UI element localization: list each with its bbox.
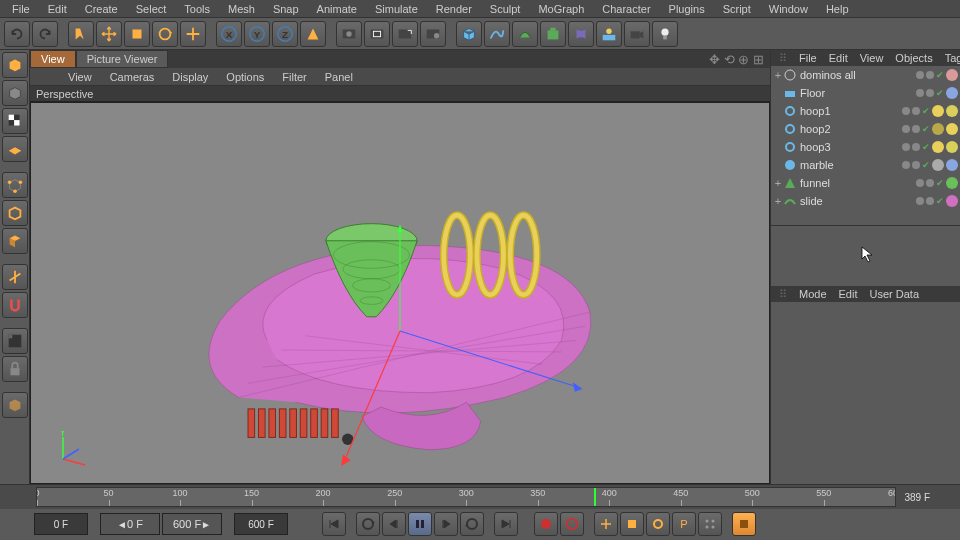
scale-tool-button[interactable]	[124, 21, 150, 47]
object-row-hoop1[interactable]: hoop1 ✔	[771, 102, 960, 120]
visibility-dots[interactable]: ✔	[916, 196, 944, 206]
lock-button[interactable]	[2, 356, 28, 382]
visibility-dots[interactable]: ✔	[916, 70, 944, 80]
timeline[interactable]: 050100150200250300350400450500550600 389…	[0, 485, 960, 509]
snap-button[interactable]	[2, 292, 28, 318]
object-row-marble[interactable]: marble ✔	[771, 156, 960, 174]
axis-x-button[interactable]: X	[216, 21, 242, 47]
edges-mode-button[interactable]	[2, 200, 28, 226]
workplane-button[interactable]	[2, 136, 28, 162]
camera-button[interactable]	[624, 21, 650, 47]
expand-toggle[interactable]	[773, 87, 783, 99]
menu-tools[interactable]: Tools	[176, 1, 218, 17]
menu-render[interactable]: Render	[428, 1, 480, 17]
expand-toggle[interactable]	[773, 141, 783, 153]
objmenu-edit[interactable]: Edit	[823, 51, 854, 65]
cross-tool-button[interactable]	[180, 21, 206, 47]
texture-mode-button[interactable]	[2, 108, 28, 134]
axis-z-button[interactable]: Z	[272, 21, 298, 47]
expand-toggle[interactable]: +	[773, 195, 783, 207]
material-tag[interactable]	[946, 159, 958, 171]
material-tag[interactable]	[932, 159, 944, 171]
material-tag[interactable]	[932, 123, 944, 135]
objmenu-view[interactable]: View	[854, 51, 890, 65]
menu-window[interactable]: Window	[761, 1, 816, 17]
menu-edit[interactable]: Edit	[40, 1, 75, 17]
menu-snap[interactable]: Snap	[265, 1, 307, 17]
vmenu-display[interactable]: Display	[164, 69, 216, 85]
primitive-cube-button[interactable]	[456, 21, 482, 47]
object-row-Floor[interactable]: Floor ✔	[771, 84, 960, 102]
material-tag[interactable]	[932, 141, 944, 153]
visibility-dots[interactable]: ✔	[902, 106, 930, 116]
render-settings-button[interactable]	[420, 21, 446, 47]
play-pause-button[interactable]	[408, 512, 432, 536]
record-button[interactable]	[534, 512, 558, 536]
vmenu-panel[interactable]: Panel	[317, 69, 361, 85]
object-row-hoop2[interactable]: hoop2 ✔	[771, 120, 960, 138]
tab-picture-viewer[interactable]: Picture Viewer	[76, 50, 169, 68]
attrmenu-user-data[interactable]: User Data	[864, 287, 926, 301]
key-scale-button[interactable]	[620, 512, 644, 536]
menu-help[interactable]: Help	[818, 1, 857, 17]
goto-end-button[interactable]	[494, 512, 518, 536]
polygons-mode-button[interactable]	[2, 228, 28, 254]
coord-system-button[interactable]	[300, 21, 326, 47]
expand-toggle[interactable]	[773, 123, 783, 135]
menu-create[interactable]: Create	[77, 1, 126, 17]
loop-button[interactable]	[356, 512, 380, 536]
visibility-dots[interactable]: ✔	[902, 160, 930, 170]
objmenu-objects[interactable]: Objects	[889, 51, 938, 65]
start-frame-field[interactable]: 0 F	[34, 513, 88, 535]
visibility-dots[interactable]: ✔	[916, 178, 944, 188]
menu-select[interactable]: Select	[128, 1, 175, 17]
vmenu-options[interactable]: Options	[218, 69, 272, 85]
expand-toggle[interactable]: +	[773, 177, 783, 189]
light-button[interactable]	[652, 21, 678, 47]
deformer-button[interactable]	[568, 21, 594, 47]
menu-mesh[interactable]: Mesh	[220, 1, 263, 17]
key-rot-button[interactable]	[646, 512, 670, 536]
menu-script[interactable]: Script	[715, 1, 759, 17]
material-tag[interactable]	[946, 105, 958, 117]
menu-plugins[interactable]: Plugins	[661, 1, 713, 17]
material-tag[interactable]	[946, 195, 958, 207]
visibility-dots[interactable]: ✔	[902, 142, 930, 152]
object-row-slide[interactable]: + slide ✔	[771, 192, 960, 210]
autokey-button[interactable]	[560, 512, 584, 536]
material-tag[interactable]	[946, 69, 958, 81]
visibility-dots[interactable]: ✔	[902, 124, 930, 134]
viewport-nav-icons[interactable]: ✥ ⟲ ⊕ ⊞	[703, 52, 770, 67]
vmenu-cameras[interactable]: Cameras	[102, 69, 163, 85]
visibility-dots[interactable]: ✔	[916, 88, 944, 98]
menu-file[interactable]: File	[4, 1, 38, 17]
render-region-button[interactable]	[364, 21, 390, 47]
key-pos-button[interactable]	[594, 512, 618, 536]
move-tool-button[interactable]	[96, 21, 122, 47]
menu-mograph[interactable]: MoGraph	[530, 1, 592, 17]
attrmenu-mode[interactable]: Mode	[793, 287, 833, 301]
expand-toggle[interactable]	[773, 159, 783, 171]
vmenu-filter[interactable]: Filter	[274, 69, 314, 85]
object-manager[interactable]: + dominos all ✔ Floor ✔ hoop1 ✔ hoop2 ✔ …	[771, 66, 960, 226]
model-mode-button[interactable]	[2, 80, 28, 106]
redo-button[interactable]	[32, 21, 58, 47]
nurbs-button[interactable]	[512, 21, 538, 47]
attrmenu-edit[interactable]: Edit	[833, 287, 864, 301]
expand-toggle[interactable]	[773, 105, 783, 117]
render-picture-button[interactable]	[392, 21, 418, 47]
timeline-ruler[interactable]: 050100150200250300350400450500550600	[36, 487, 896, 507]
rotate-tool-button[interactable]	[152, 21, 178, 47]
menu-sculpt[interactable]: Sculpt	[482, 1, 529, 17]
make-editable-button[interactable]	[2, 52, 28, 78]
generator-button[interactable]	[540, 21, 566, 47]
material-tag[interactable]	[946, 177, 958, 189]
menu-simulate[interactable]: Simulate	[367, 1, 426, 17]
material-tag[interactable]	[932, 105, 944, 117]
spline-button[interactable]	[484, 21, 510, 47]
goto-start-button[interactable]	[322, 512, 346, 536]
timeline-settings-button[interactable]	[732, 512, 756, 536]
step-fwd-button[interactable]	[434, 512, 458, 536]
axis-mode-button[interactable]	[2, 264, 28, 290]
objmenu-file[interactable]: File	[793, 51, 823, 65]
